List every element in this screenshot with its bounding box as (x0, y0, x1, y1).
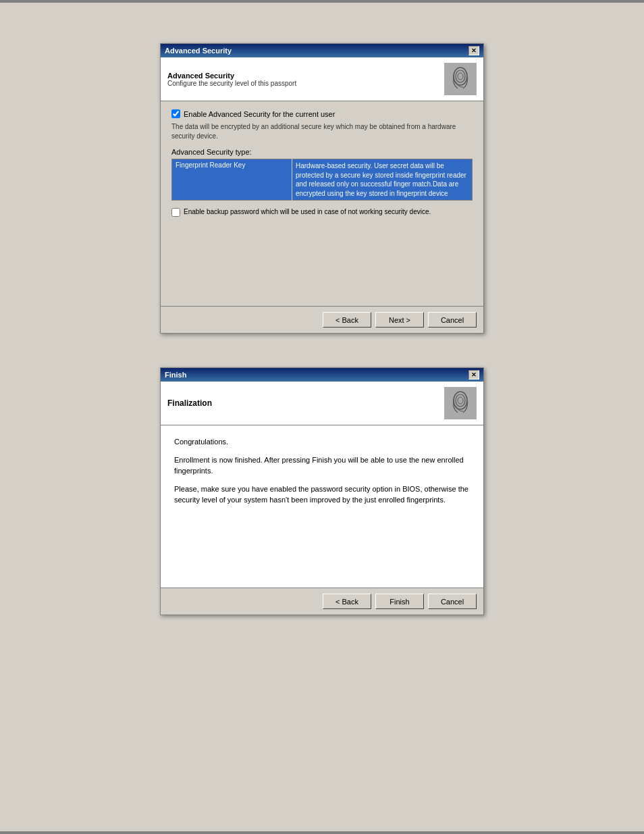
dialog1-footer: < Back Next > Cancel (161, 306, 483, 333)
dialog2-titlebar: Finish ✕ (161, 368, 483, 382)
dialog2-back-button[interactable]: < Back (323, 594, 371, 609)
finish-para-2: Enrollment is now finished. After pressi… (174, 454, 470, 477)
backup-password-checkbox[interactable] (171, 208, 180, 217)
security-type-row[interactable]: Fingerprint Reader Key Hardware-based se… (172, 159, 473, 201)
dialog1-title: Advanced Security (165, 47, 232, 55)
dialog2-header: Finalization (161, 382, 483, 425)
dialog2-footer: < Back Finish Cancel (161, 588, 483, 615)
dialog1-heading: Advanced Security (167, 72, 296, 80)
dialog1-titlebar: Advanced Security ✕ (161, 44, 483, 57)
dialog1-cancel-button[interactable]: Cancel (428, 312, 477, 328)
dialog1-header-icon (444, 63, 477, 95)
fingerprint-icon-2 (444, 387, 477, 419)
enable-security-checkbox[interactable] (171, 109, 180, 118)
finish-body: Congratulations. Enrollment is now finis… (161, 425, 483, 588)
dialog1-body: Enable Advanced Security for the current… (161, 101, 483, 225)
security-type-description: Hardware-based security. User secret dat… (292, 159, 473, 201)
helper-text: The data will be encrypted by an additio… (171, 122, 473, 141)
dialog1-subtext: Configure the security level of this pas… (167, 80, 296, 87)
finish-dialog: Finish ✕ Finalization (160, 367, 484, 615)
dialog2-cancel-button[interactable]: Cancel (428, 594, 477, 609)
dialog1-spacer (161, 225, 483, 306)
enable-security-row: Enable Advanced Security for the current… (171, 109, 473, 118)
security-type-name: Fingerprint Reader Key (172, 159, 292, 201)
dialog2-title: Finish (165, 371, 186, 379)
dialog2-heading: Finalization (167, 398, 212, 408)
fingerprint-icon (444, 63, 477, 95)
finish-para-1: Congratulations. (174, 436, 470, 448)
dialog1-next-button[interactable]: Next > (375, 312, 424, 328)
dialog2-close-button[interactable]: ✕ (468, 370, 479, 380)
dialog1-header: Advanced Security Configure the security… (161, 57, 483, 101)
backup-checkbox-row: Enable backup password which will be use… (171, 207, 473, 217)
dialog2-header-icon (444, 387, 477, 419)
enable-security-label: Enable Advanced Security for the current… (184, 110, 335, 118)
bottom-bar (0, 831, 644, 834)
security-type-table: Fingerprint Reader Key Hardware-based se… (171, 159, 473, 201)
dialog1-header-text: Advanced Security Configure the security… (167, 72, 296, 87)
finish-para-3: Please, make sure you have enabled the p… (174, 484, 470, 506)
dialog1-back-button[interactable]: < Back (323, 312, 371, 328)
backup-password-label: Enable backup password which will be use… (184, 207, 431, 216)
dialog1-close-button[interactable]: ✕ (468, 46, 479, 55)
advanced-security-dialog: Advanced Security ✕ Advanced Security Co… (160, 43, 484, 334)
dialog2-finish-button[interactable]: Finish (375, 594, 424, 609)
dialog2-header-text: Finalization (167, 398, 212, 408)
security-type-label: Advanced Security type: (171, 148, 473, 156)
